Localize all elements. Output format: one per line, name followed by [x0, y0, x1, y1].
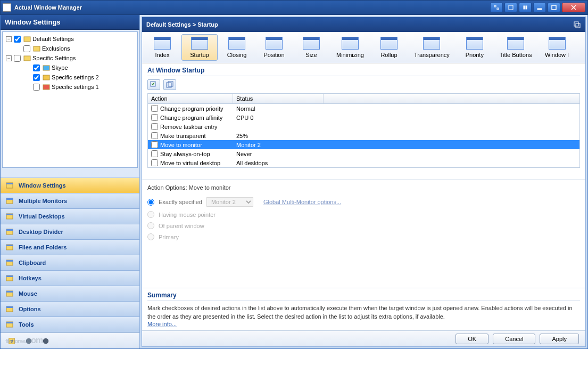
tree-node[interactable]: Specific settings 2 — [3, 72, 137, 82]
tool-rollup[interactable]: Rollup — [371, 34, 407, 61]
table-row[interactable]: Stay always-on-topNever — [148, 149, 579, 158]
status-value: Monitor 2 — [233, 141, 324, 149]
detach-icon[interactable] — [573, 20, 581, 29]
tool-window-i[interactable]: Window I — [539, 34, 575, 61]
option-label: Exactly specified — [159, 199, 202, 205]
nav-hotkeys[interactable]: Hotkeys — [1, 271, 139, 286]
status-value: CPU 0 — [233, 113, 324, 121]
nav-label: Tools — [19, 321, 34, 328]
settings-tree[interactable]: −Default SettingsExclusions−Specific Set… — [2, 31, 138, 168]
action-checkbox[interactable] — [151, 132, 158, 139]
tree-checkbox[interactable] — [33, 64, 40, 71]
option-row: Having mouse pointer — [147, 209, 580, 220]
svg-rect-26 — [6, 275, 13, 277]
option-radio[interactable] — [147, 222, 154, 229]
check-all-icon[interactable] — [147, 79, 160, 90]
world-icon-1[interactable] — [23, 336, 35, 346]
table-row[interactable]: Move to virtual desktopAll desktops — [148, 158, 579, 167]
table-row[interactable]: Move to monitorMonitor 2 — [148, 140, 579, 149]
tool-label: Window I — [545, 52, 569, 58]
option-radio[interactable] — [147, 233, 154, 240]
action-checkbox[interactable] — [151, 123, 158, 130]
tool-priority[interactable]: Priority — [457, 34, 493, 61]
action-checkbox[interactable] — [151, 159, 158, 166]
nav-clipboard[interactable]: Clipboard — [1, 255, 139, 271]
action-checkbox[interactable] — [151, 114, 158, 121]
nav-label: Window Settings — [19, 182, 66, 189]
status-value: Normal — [233, 104, 324, 112]
nav-window-settings[interactable]: Window Settings — [1, 178, 139, 193]
summary-title: Summary — [147, 291, 580, 301]
option-radio[interactable] — [147, 199, 154, 206]
nav-mouse[interactable]: Mouse — [1, 286, 139, 302]
col-action[interactable]: Action — [148, 94, 233, 103]
tree-checkbox[interactable] — [14, 55, 21, 62]
svg-rect-38 — [576, 23, 580, 28]
nav-desktop-divider[interactable]: Desktop Divider — [1, 224, 139, 240]
tree-node[interactable]: Skype — [3, 63, 137, 72]
folder-icon — [42, 73, 51, 82]
tool-minimizing[interactable]: Minimizing — [330, 34, 370, 61]
nav-label: Files and Folders — [19, 244, 67, 250]
svg-rect-14 — [6, 183, 13, 184]
tool-icon — [423, 37, 440, 50]
tool-transparency[interactable]: Transparency — [408, 34, 456, 61]
nav-multiple-monitors[interactable]: Multiple Monitors — [1, 193, 139, 209]
extra-button-3[interactable] — [519, 3, 532, 12]
tool-closing[interactable]: Closing — [219, 34, 255, 61]
table-row[interactable]: Change program priorityNormal — [148, 104, 579, 113]
maximize-button[interactable] — [548, 3, 560, 12]
nav-label: Multiple Monitors — [19, 198, 67, 204]
action-checkbox[interactable] — [151, 105, 158, 112]
tree-node[interactable]: −Specific Settings — [3, 53, 137, 63]
table-row[interactable]: Change program affinityCPU 0 — [148, 113, 579, 122]
cancel-button[interactable]: Cancel — [493, 334, 535, 344]
svg-point-36 — [43, 338, 49, 344]
svg-rect-41 — [168, 82, 173, 86]
nav-virtual-desktops[interactable]: Virtual Desktops — [1, 209, 139, 224]
apply-button[interactable]: Apply — [540, 334, 579, 344]
extra-button-1[interactable] — [490, 3, 503, 12]
nav-files-and-folders[interactable]: Files and Folders — [1, 240, 139, 255]
tool-icon — [191, 37, 208, 50]
option-radio[interactable] — [147, 211, 154, 218]
uncheck-all-icon[interactable] — [163, 79, 176, 90]
nav-icon — [5, 196, 14, 206]
extra-button-2[interactable] — [504, 3, 517, 12]
expander-icon[interactable]: − — [6, 36, 12, 42]
tree-checkbox[interactable] — [14, 36, 21, 43]
tool-title-buttons[interactable]: Title Buttons — [494, 34, 538, 61]
close-button[interactable] — [562, 3, 585, 12]
main-header: Default Settings > Startup — [142, 17, 585, 32]
tree-node[interactable]: Exclusions — [3, 44, 137, 53]
action-checkbox[interactable] — [151, 141, 158, 148]
tool-index[interactable]: Index — [144, 34, 180, 61]
tree-node[interactable]: −Default Settings — [3, 34, 137, 44]
tool-startup[interactable]: Startup — [181, 34, 218, 61]
option-row: Primary — [147, 231, 580, 242]
actions-table: Action Status Change program priorityNor… — [147, 93, 580, 168]
action-checkbox[interactable] — [151, 150, 158, 157]
minimize-button[interactable] — [533, 3, 546, 12]
tree-checkbox[interactable] — [23, 45, 30, 52]
more-info-link[interactable]: More info... — [147, 321, 177, 327]
expander-icon[interactable]: − — [6, 55, 12, 61]
ok-button[interactable]: OK — [456, 334, 488, 344]
tool-size[interactable]: Size — [293, 34, 329, 61]
option-row: Exactly specified Monitor 2 Global Multi… — [147, 195, 580, 209]
nav-options[interactable]: Options — [1, 302, 139, 317]
nav-tools[interactable]: Tools — [1, 317, 139, 332]
table-row[interactable]: Make transparent25% — [148, 131, 579, 140]
folder-icon — [42, 83, 51, 91]
help-icon[interactable]: ? — [6, 336, 18, 346]
tree-node[interactable]: Specific settings 1 — [3, 82, 137, 92]
monitor-select[interactable]: Monitor 2 — [206, 197, 253, 207]
world-icon-2[interactable] — [40, 336, 52, 346]
sidebar-nav: Window SettingsMultiple MonitorsVirtual … — [1, 177, 139, 332]
tree-checkbox[interactable] — [33, 84, 40, 91]
col-status[interactable]: Status — [233, 94, 324, 103]
table-row[interactable]: Remove taskbar entry — [148, 122, 579, 131]
tree-checkbox[interactable] — [33, 74, 40, 81]
global-options-link[interactable]: Global Multi-Monitor options... — [263, 199, 341, 205]
tool-position[interactable]: Position — [256, 34, 292, 61]
